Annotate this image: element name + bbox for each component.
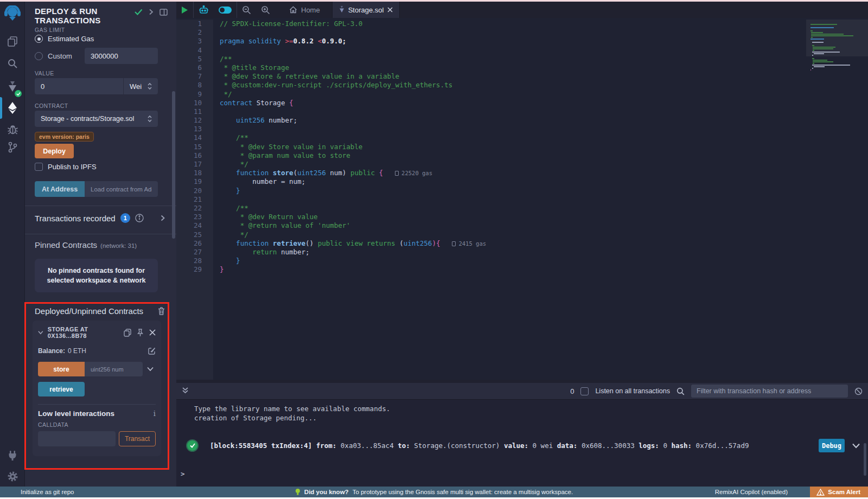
- publish-ipfs-checkbox[interactable]: [35, 163, 43, 171]
- editor-toolbar: Home Storage.sol: [176, 2, 868, 18]
- git-init-button[interactable]: Initialize as git repo: [21, 489, 74, 495]
- contract-select[interactable]: Storage - contracts/Storage.sol: [35, 111, 158, 127]
- terminal-search-icon[interactable]: [676, 387, 685, 395]
- close-tab-icon[interactable]: [387, 7, 393, 12]
- scam-alert-button[interactable]: Scam Alert: [810, 487, 868, 497]
- section-divider: [25, 206, 176, 206]
- sidebar-item-git[interactable]: [0, 138, 25, 156]
- remix-logo[interactable]: [0, 4, 25, 23]
- remove-contract-icon[interactable]: [149, 329, 156, 336]
- pin-contract-icon[interactable]: [137, 329, 144, 337]
- toggle-on-icon: [219, 7, 232, 14]
- calldata-input[interactable]: [38, 431, 116, 446]
- deploy-button[interactable]: Deploy: [35, 144, 74, 158]
- value-unit-select[interactable]: Wei: [124, 78, 158, 94]
- lowlevel-info-icon[interactable]: i: [154, 410, 156, 418]
- split-view-icon[interactable]: [159, 9, 168, 16]
- terminal-prompt[interactable]: >: [181, 469, 185, 478]
- custom-gas-radio[interactable]: [35, 52, 43, 60]
- sidebar-item-settings[interactable]: [0, 467, 25, 485]
- section-divider: [25, 234, 176, 234]
- expand-args-chevron-icon[interactable]: [147, 367, 154, 372]
- stepper-icon: [148, 115, 152, 123]
- estimated-gas-radio[interactable]: [35, 35, 43, 43]
- balance-row: Balance: 0 ETH: [38, 347, 156, 355]
- retrieve-function-button[interactable]: retrieve: [38, 382, 85, 396]
- terminal-scrollbar[interactable]: [864, 443, 866, 476]
- no-pinned-contracts-message: No pinned contracts found for selected w…: [35, 259, 158, 292]
- contract-instance-label: STORAGE AT 0X136...8B78: [48, 326, 119, 339]
- listen-all-tx-checkbox[interactable]: [580, 387, 589, 395]
- debug-button[interactable]: Debug: [819, 439, 845, 452]
- edit-balance-icon[interactable]: [148, 347, 156, 355]
- copilot-toggle[interactable]: [214, 2, 237, 18]
- trash-icon[interactable]: [158, 307, 165, 315]
- zoom-in-button[interactable]: [256, 2, 275, 18]
- status-bar: Initialize as git repo Did you know? To …: [0, 487, 868, 497]
- gas-limit-label: GAS LIMIT: [35, 27, 65, 33]
- sidebar-item-file-explorer[interactable]: [0, 32, 25, 50]
- evm-version-badge: evm version: paris: [35, 131, 94, 142]
- copilot-status[interactable]: RemixAI Copilot (enabled): [715, 489, 788, 495]
- store-arg-input[interactable]: uint256 num: [85, 362, 143, 376]
- remix-ide-window: DEPLOY & RUN TRANSACTIONS GAS LIMIT Esti…: [0, 0, 868, 499]
- lowlevel-header: Low level interactions i: [38, 410, 156, 418]
- search-icon: [7, 58, 18, 69]
- plug-icon: [7, 450, 18, 461]
- expand-chevron-icon[interactable]: [161, 215, 165, 221]
- expand-tx-chevron-icon[interactable]: [852, 443, 860, 449]
- tab-home[interactable]: Home: [283, 2, 327, 18]
- contract-card-header[interactable]: STORAGE AT 0X136...8B78: [38, 326, 156, 339]
- minimap[interactable]: [807, 22, 863, 73]
- zoom-out-button[interactable]: [237, 2, 256, 18]
- ethereum-deploy-icon: [7, 101, 18, 114]
- home-icon: [289, 6, 297, 14]
- pin-panel-chevron-icon[interactable]: [149, 9, 154, 15]
- transact-button[interactable]: Transact: [119, 431, 156, 446]
- tab-storage-sol[interactable]: Storage.sol: [332, 2, 400, 18]
- deploy-run-panel: DEPLOY & RUN TRANSACTIONS GAS LIMIT Esti…: [25, 2, 176, 487]
- collapse-chevron-icon[interactable]: [38, 330, 43, 335]
- at-address-input[interactable]: Load contract from Addre: [85, 181, 158, 197]
- terminal-log-line: Type the library name to see available c…: [194, 404, 390, 413]
- sidebar-item-deploy-run[interactable]: [0, 99, 25, 117]
- clear-console-icon[interactable]: [854, 387, 863, 395]
- lightbulb-icon: [295, 488, 301, 496]
- code-content[interactable]: // SPDX-License-Identifier: GPL-3.0pragm…: [213, 20, 868, 380]
- terminal-collapse-button[interactable]: [176, 386, 194, 396]
- sidebar-item-plugin-manager[interactable]: [0, 446, 25, 465]
- remixai-copilot-button[interactable]: [194, 2, 214, 18]
- run-script-button[interactable]: [176, 2, 193, 18]
- zoom-in-icon: [261, 5, 270, 15]
- listen-all-tx-label: Listen on all transactions: [595, 387, 670, 395]
- robot-icon: [199, 5, 209, 15]
- terminal-log-line: creation of Storage pending...: [194, 413, 317, 423]
- panel-scrollbar[interactable]: [172, 91, 175, 239]
- store-function-button[interactable]: store: [38, 362, 85, 376]
- terminal-output[interactable]: Type the library name to see available c…: [176, 400, 868, 487]
- files-icon: [7, 36, 18, 47]
- sidebar-item-debugger[interactable]: [0, 120, 25, 138]
- editor-area: Home Storage.sol 12345678910111213141516…: [176, 2, 868, 380]
- transaction-log-row[interactable]: [block:5583405 txIndex:4] from: 0xa03...…: [187, 439, 860, 452]
- publish-ipfs-option[interactable]: Publish to IPFS: [35, 163, 97, 171]
- contract-label: CONTRACT: [35, 103, 68, 109]
- info-icon[interactable]: [135, 214, 144, 222]
- copy-address-icon[interactable]: [124, 329, 131, 337]
- value-input[interactable]: 0: [35, 78, 123, 94]
- estimated-gas-option[interactable]: Estimated Gas: [35, 35, 94, 43]
- transactions-recorded-section[interactable]: Transactions recorded 1: [35, 213, 165, 223]
- custom-gas-option[interactable]: Custom: [35, 52, 72, 60]
- terminal-filter-input[interactable]: [691, 385, 848, 398]
- env-ok-check-icon: [135, 9, 143, 15]
- custom-gas-input[interactable]: 3000000: [85, 48, 158, 64]
- calldata-row: Transact: [38, 431, 156, 446]
- sidebar-item-search[interactable]: [0, 54, 25, 73]
- at-address-button[interactable]: At Address: [35, 181, 85, 197]
- warning-triangle-icon: [816, 489, 825, 496]
- pinned-contracts-header: Pinned Contracts (network: 31): [35, 240, 137, 250]
- line-number-gutter: 1234567891011121314151617181920212223242…: [176, 20, 213, 380]
- bug-icon: [7, 124, 18, 135]
- sidebar-item-solidity-compiler[interactable]: [0, 78, 25, 96]
- terminal-header: 0 Listen on all transactions: [176, 383, 868, 400]
